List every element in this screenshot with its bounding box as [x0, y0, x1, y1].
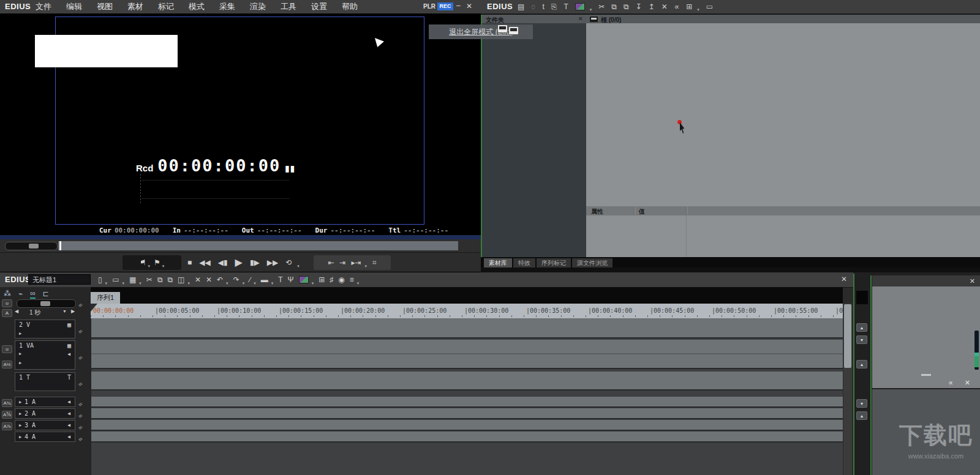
timeline-ruler[interactable]: 00:00:00:00|00:00:05:00|00:00:10:00|00:0… [91, 304, 843, 318]
undo-icon[interactable]: t [542, 3, 544, 10]
redo-icon[interactable]: ↷ [233, 276, 239, 283]
lane-4a[interactable] [91, 432, 843, 443]
tab-素材库[interactable]: 素材库 [484, 258, 512, 267]
set-marker-icon[interactable]: ▬ [261, 276, 268, 283]
copy-icon[interactable]: ⧉ [157, 276, 163, 283]
column-divider[interactable] [686, 207, 687, 215]
track-header-1t[interactable]: 1 T T [15, 372, 75, 391]
patch-cable-icon[interactable]: ≈ [77, 296, 91, 310]
expand-icon[interactable]: ▶ [19, 411, 21, 416]
track-header-1a[interactable]: ▶ 1 A ◀ [15, 397, 75, 407]
video-mute-button[interactable]: ʊ [2, 299, 12, 307]
info-icon[interactable]: ◉ [338, 276, 344, 283]
scale-dropdown-icon[interactable]: ▼ [62, 309, 67, 313]
ripple-mode-icon[interactable]: ⌁ [18, 290, 23, 297]
lane-1va[interactable] [91, 340, 843, 369]
toolbox-icon[interactable]: ▭ [706, 3, 713, 10]
link-icon[interactable]: ∝ [948, 379, 953, 387]
delete-icon[interactable]: ✕ [206, 276, 212, 283]
expand-icon[interactable]: ▶ [19, 351, 21, 356]
track-header-2a[interactable]: ▶ 2 A ◀ [15, 408, 75, 419]
layout-grid-icon-caret[interactable]: ▾ [697, 7, 699, 13]
menu-item-6[interactable]: 模式 [189, 1, 205, 12]
layout-grid-icon[interactable]: ⊞ [686, 3, 692, 10]
patch-cable-icon[interactable]: ≈ [77, 323, 91, 337]
loop-button-caret[interactable]: ▾ [297, 264, 300, 270]
open-folder-icon[interactable]: ▤ [518, 3, 524, 10]
video-mute-button[interactable]: ʊ [2, 345, 12, 353]
audio-channel-a12-button[interactable]: A½ [2, 361, 12, 368]
track-header-2v[interactable]: 2 V ▦ ▶ [15, 320, 75, 338]
expand-icon[interactable]: ▶ [19, 435, 21, 439]
add-cut-point-icon[interactable]: ∕ [249, 276, 251, 283]
monitor-icon[interactable] [497, 24, 508, 33]
patch-cable-icon[interactable]: ≈ [77, 375, 91, 389]
lane-1t[interactable] [91, 372, 843, 391]
menu-item-3[interactable]: 视图 [97, 1, 113, 12]
add-title-icon[interactable]: T [564, 3, 568, 10]
play-around-cursor-button-caret[interactable]: ▾ [364, 264, 367, 270]
play-button[interactable]: ▶ [235, 258, 243, 267]
undo-icon[interactable]: ↶ [217, 276, 223, 283]
scale-prev-icon[interactable]: ◀ [15, 309, 18, 314]
audio-mute-button[interactable]: A [2, 309, 12, 317]
eject-icon[interactable]: ↥ [649, 3, 655, 10]
menu-item-1[interactable]: 文件 [36, 1, 51, 12]
audio-channel-a78-button[interactable]: A⅞ [2, 422, 12, 430]
speaker-icon[interactable]: ◀ [67, 422, 70, 428]
monitor-icon-caret[interactable]: ▾ [590, 7, 592, 13]
new-sequence-icon-caret[interactable]: ▾ [105, 281, 108, 287]
play-around-cursor-button[interactable]: ▸⇥ [351, 259, 361, 266]
stop-button[interactable]: ■ [187, 259, 192, 266]
minimize-button[interactable]: – [456, 1, 461, 10]
sequence-tab[interactable]: 序列1 [91, 292, 120, 304]
scrollbar-thumb[interactable] [844, 304, 851, 368]
expand-icon[interactable]: ▶ [19, 423, 21, 428]
monitor-icon[interactable] [508, 26, 519, 35]
menu-item-5[interactable]: 标记 [158, 1, 174, 12]
list-icon-caret[interactable]: ▾ [357, 281, 360, 287]
spin-button[interactable]: ▲ [856, 411, 867, 420]
column-divider[interactable] [634, 207, 635, 215]
paste-icon[interactable]: ⧉ [167, 276, 173, 283]
spin-button[interactable]: ▲ [856, 323, 867, 332]
playhead-flag[interactable] [91, 304, 97, 312]
cut-icon[interactable]: ✂ [146, 276, 153, 283]
title-icon[interactable]: T [278, 276, 282, 283]
pin-icon[interactable]: ↧ [636, 3, 642, 10]
timeline-lanes[interactable] [91, 318, 843, 475]
mark-in-button[interactable]: ⚑ [140, 259, 146, 266]
copy-icon[interactable]: ⧉ [611, 3, 617, 10]
capture-icon[interactable]: ⎘ [551, 3, 557, 10]
timeline-zoom-slider[interactable] [17, 299, 76, 308]
fast-forward-button[interactable]: ▶▶ [267, 259, 278, 266]
search-icon[interactable]: ◌ [531, 3, 535, 10]
grid-icon[interactable]: ⊞ [318, 276, 325, 283]
export-icon-caret[interactable]: ▾ [312, 281, 314, 287]
expand-icon[interactable]: ▶ [19, 361, 21, 365]
prev-frame-button[interactable]: ◀▮ [218, 259, 228, 266]
goto-in-button[interactable]: ⇤ [328, 259, 334, 266]
menu-item-11[interactable]: 帮助 [342, 1, 358, 12]
export-frame-button[interactable]: ⌗ [372, 259, 377, 266]
new-sequence-icon[interactable]: ▯ [98, 276, 102, 283]
audio-channel-a34-button[interactable]: A¾ [2, 399, 12, 407]
group-mode-icon[interactable]: ⁂ [4, 290, 11, 297]
monitor-icon[interactable] [575, 3, 585, 10]
save-project-icon[interactable]: ▦ [129, 276, 136, 283]
tab-序列标记[interactable]: 序列标记 [537, 258, 571, 267]
close-icon[interactable]: ✕ [970, 277, 975, 285]
speaker-icon[interactable]: ◀ [67, 434, 70, 439]
list-icon[interactable]: ≡ [350, 276, 354, 283]
goto-out-button[interactable]: ⇥ [339, 259, 345, 266]
insert-overwrite-mode-icon[interactable]: ∞ [30, 290, 36, 299]
ripple-delete-icon[interactable]: ✕ [195, 276, 201, 283]
speaker-icon[interactable]: ◀ [67, 399, 70, 405]
expand-icon[interactable]: ▶ [19, 331, 21, 336]
track-header-4a[interactable]: ▶ 4 A ◀ [15, 432, 75, 442]
save-project-icon-caret[interactable]: ▾ [139, 281, 141, 287]
timeline-vertical-scrollbar[interactable] [843, 304, 852, 475]
spin-button[interactable]: ▲ [856, 360, 867, 368]
voiceover-icon[interactable]: Ψ [288, 276, 294, 283]
track-header-1va[interactable]: 1 VA ▦ ▶ ◀ ▶ [15, 340, 75, 370]
